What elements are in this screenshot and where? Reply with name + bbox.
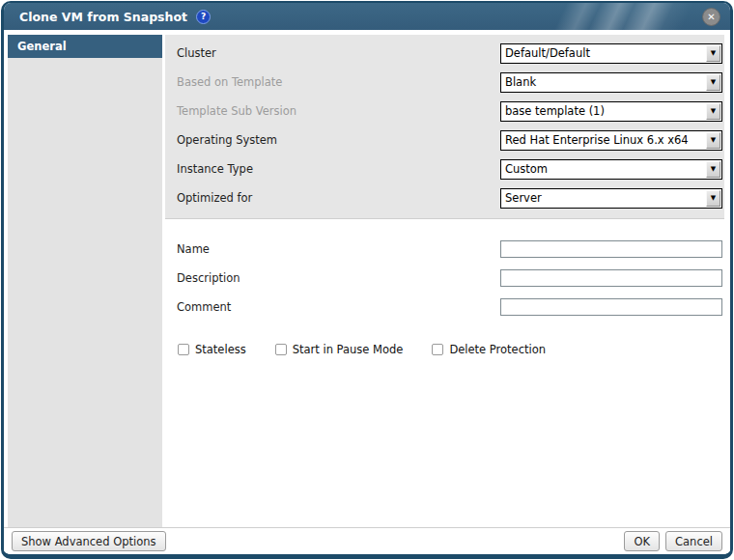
cluster-label: Cluster [177, 46, 500, 60]
optimized-for-select[interactable]: Server ▼ [500, 188, 722, 209]
template-sub-version-select-value: base template (1) [501, 104, 705, 118]
dialog-titlebar: Clone VM from Snapshot ? ✕ [4, 3, 730, 30]
operating-system-select[interactable]: Red Hat Enterprise Linux 6.x x64 ▼ [500, 130, 722, 151]
select-panel: Cluster Default/Default ▼ Based on Templ… [165, 35, 724, 219]
form-row-cluster: Cluster Default/Default ▼ [165, 39, 724, 68]
template-sub-version-select[interactable]: base template (1) ▼ [500, 101, 722, 122]
delete-protection-checkbox[interactable]: Delete Protection [432, 343, 546, 356]
description-field[interactable] [500, 269, 722, 287]
checkbox-icon[interactable] [178, 344, 189, 355]
form-row-based-on-template: Based on Template Blank ▼ [165, 68, 724, 97]
template-sub-version-label: Template Sub Version [177, 104, 500, 118]
operating-system-label: Operating System [177, 133, 500, 147]
cluster-select-value: Default/Default [501, 46, 705, 60]
help-icon[interactable]: ? [196, 10, 211, 24]
clone-vm-dialog: Clone VM from Snapshot ? ✕ General Clust… [1, 1, 733, 559]
form-row-comment: Comment [165, 293, 724, 322]
checkbox-icon[interactable] [432, 344, 443, 355]
dialog-body: General Cluster Default/Default ▼ Based … [4, 30, 730, 527]
instance-type-select-value: Custom [501, 162, 705, 176]
name-field[interactable] [500, 240, 722, 258]
cluster-select[interactable]: Default/Default ▼ [500, 43, 722, 64]
footer-actions: OK Cancel [624, 531, 722, 551]
form-row-instance-type: Instance Type Custom ▼ [165, 154, 724, 183]
chevron-down-icon[interactable]: ▼ [706, 161, 720, 178]
description-label: Description [177, 271, 500, 285]
based-on-template-select-value: Blank [501, 75, 705, 89]
checkbox-icon[interactable] [275, 344, 287, 355]
stateless-checkbox-label: Stateless [195, 343, 246, 356]
show-advanced-options-button[interactable]: Show Advanced Options [12, 531, 166, 551]
form-row-optimized-for: Optimized for Server ▼ [165, 183, 724, 212]
instance-type-select[interactable]: Custom ▼ [500, 159, 722, 180]
chevron-down-icon[interactable]: ▼ [706, 190, 720, 207]
dialog-content: Cluster Default/Default ▼ Based on Templ… [165, 35, 724, 527]
chevron-down-icon[interactable]: ▼ [706, 45, 720, 62]
titlebar-decoration [498, 3, 730, 30]
comment-field[interactable] [500, 298, 722, 316]
dialog-footer: Show Advanced Options OK Cancel [4, 527, 730, 554]
based-on-template-select[interactable]: Blank ▼ [500, 72, 722, 93]
chevron-down-icon[interactable]: ▼ [706, 103, 720, 120]
name-label: Name [177, 242, 500, 256]
form-row-template-sub-version: Template Sub Version base template (1) ▼ [165, 97, 724, 126]
ok-button[interactable]: OK [624, 531, 660, 551]
cancel-button[interactable]: Cancel [665, 531, 722, 551]
sidebar-item-general[interactable]: General [8, 35, 162, 58]
based-on-template-label: Based on Template [177, 75, 500, 89]
form-row-name: Name [165, 235, 724, 264]
text-field-panel: Name Description Comment Stateless [165, 219, 724, 356]
close-icon[interactable]: ✕ [702, 8, 720, 26]
form-row-description: Description [165, 264, 724, 293]
dialog-title: Clone VM from Snapshot [19, 10, 187, 24]
chevron-down-icon[interactable]: ▼ [706, 74, 720, 91]
dialog-sidebar: General [8, 35, 162, 527]
optimized-for-label: Optimized for [177, 191, 500, 205]
operating-system-select-value: Red Hat Enterprise Linux 6.x x64 [501, 133, 705, 147]
delete-protection-checkbox-label: Delete Protection [449, 343, 546, 356]
optimized-for-select-value: Server [501, 191, 705, 205]
instance-type-label: Instance Type [177, 162, 500, 176]
start-in-pause-mode-checkbox-label: Start in Pause Mode [293, 343, 404, 356]
comment-label: Comment [177, 300, 500, 314]
stateless-checkbox[interactable]: Stateless [178, 343, 246, 356]
checkbox-row: Stateless Start in Pause Mode Delete Pro… [165, 343, 724, 356]
sidebar-item-label: General [17, 40, 67, 53]
chevron-down-icon[interactable]: ▼ [706, 132, 720, 149]
form-row-operating-system: Operating System Red Hat Enterprise Linu… [165, 126, 724, 154]
start-in-pause-mode-checkbox[interactable]: Start in Pause Mode [275, 343, 404, 356]
